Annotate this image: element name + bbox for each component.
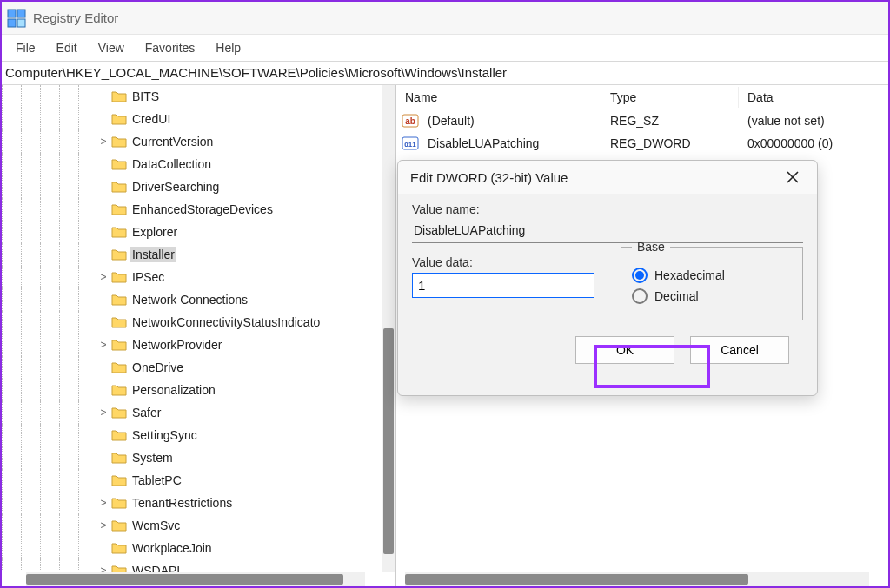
folder-icon [111,361,127,373]
value-row[interactable]: 011DisableLUAPatchingREG_DWORD0x00000000… [396,132,888,155]
svg-rect-2 [8,19,16,27]
tree-item-networkprovider[interactable]: >NetworkProvider [2,334,382,356]
tree-item-system[interactable]: System [2,446,382,469]
menu-file[interactable]: File [7,38,44,57]
tree-item-datacollection[interactable]: DataCollection [2,153,382,175]
folder-icon [111,226,127,238]
column-header-data[interactable]: Data [739,87,888,108]
tree-item-label: OneDrive [130,360,185,375]
column-header-type[interactable]: Type [601,87,739,108]
tree-item-safer[interactable]: >Safer [2,401,382,424]
radio-checked-icon [632,268,648,283]
tree-item-installer[interactable]: Installer [2,243,382,266]
title-bar: Registry Editor [2,2,888,35]
menu-help[interactable]: Help [207,38,249,57]
chevron-right-icon[interactable]: > [97,565,110,572]
folder-icon [111,452,127,464]
tree-item-enhancedstoragedevices[interactable]: EnhancedStorageDevices [2,198,382,221]
radio-unchecked-icon [632,288,648,304]
cancel-button[interactable]: Cancel [690,336,789,364]
chevron-right-icon[interactable]: > [97,135,110,148]
close-icon[interactable] [780,165,805,189]
folder-icon [111,339,127,351]
menu-bar: File Edit View Favorites Help [2,35,888,61]
chevron-right-icon[interactable]: > [97,519,110,532]
folder-icon [111,158,127,170]
tree-item-label: NetworkProvider [130,337,223,353]
value-data-cell: (value not set) [739,112,834,129]
tree-item-label: TabletPC [130,472,183,488]
folder-icon [111,203,127,215]
edit-dword-dialog: Edit DWORD (32-bit) Value Value name: Di… [397,160,818,396]
chevron-right-icon[interactable]: > [97,271,110,283]
tree-item-label: BITS [130,89,161,104]
svg-rect-0 [8,10,16,17]
tree-item-ipsec[interactable]: >IPSec [2,266,382,288]
tree-vertical-scrollbar[interactable] [382,85,395,572]
value-name-cell: DisableLUAPatching [419,135,601,152]
tree-item-tenantrestrictions[interactable]: >TenantRestrictions [2,492,382,514]
tree-item-networkconnectivitystatusindicato[interactable]: NetworkConnectivityStatusIndicato [2,311,382,334]
tree-item-workplacejoin[interactable]: WorkplaceJoin [2,537,382,559]
menu-favorites[interactable]: Favorites [136,38,204,57]
svg-text:ab: ab [405,116,415,126]
folder-icon [111,497,127,509]
tree-item-driversearching[interactable]: DriverSearching [2,175,382,198]
menu-view[interactable]: View [90,38,133,57]
tree-item-network-connections[interactable]: Network Connections [2,288,382,311]
folder-icon [111,181,127,193]
tree-item-wcmsvc[interactable]: >WcmSvc [2,514,382,537]
tree-item-label: Explorer [130,224,179,240]
chevron-right-icon[interactable]: > [97,339,110,351]
tree-item-currentversion[interactable]: >CurrentVersion [2,130,382,153]
svg-rect-1 [17,10,25,17]
tree-horizontal-scrollbar[interactable] [26,572,365,586]
tree-pane: BITSCredUI>CurrentVersionDataCollectionD… [2,85,396,586]
address-bar[interactable]: Computer\HKEY_LOCAL_MACHINE\SOFTWARE\Pol… [2,61,888,85]
tree-item-credui[interactable]: CredUI [2,108,382,130]
tree-item-label: Safer [130,405,163,420]
tree-item-personalization[interactable]: Personalization [2,379,382,401]
tree-item-label: Network Connections [130,292,249,307]
value-data-cell: 0x00000000 (0) [739,135,841,152]
tree-item-label: DataCollection [130,156,213,172]
tree-item-label: DriverSearching [130,179,221,195]
menu-edit[interactable]: Edit [48,38,86,57]
tree-item-wsdapi[interactable]: >WSDAPI [2,559,382,572]
tree-item-bits[interactable]: BITS [2,85,382,108]
value-type-cell: REG_DWORD [601,135,739,152]
chevron-right-icon[interactable]: > [97,497,110,509]
value-data-label: Value data: [412,255,594,269]
tree-item-label: EnhancedStorageDevices [130,202,275,217]
folder-icon [111,542,127,554]
folder-icon [111,565,127,572]
value-name-label: Value name: [412,202,803,216]
value-row[interactable]: ab(Default)REG_SZ(value not set) [396,109,888,132]
column-header-name[interactable]: Name [396,87,601,108]
tree-item-onedrive[interactable]: OneDrive [2,356,382,379]
tree-item-label: CredUI [130,111,172,127]
folder-icon [111,519,127,532]
folder-icon [111,248,127,261]
values-horizontal-scrollbar[interactable] [405,572,869,586]
tree-item-tabletpc[interactable]: TabletPC [2,469,382,492]
radio-decimal[interactable]: Decimal [632,288,792,304]
dword-value-icon: 011 [402,135,419,152]
string-value-icon: ab [402,112,419,129]
tree-item-label: CurrentVersion [130,134,215,149]
values-header: Name Type Data [396,85,888,109]
folder-icon [111,316,127,328]
ok-button[interactable]: OK [575,336,674,364]
radio-dec-label: Decimal [654,289,699,303]
value-data-input[interactable] [412,273,594,298]
chevron-right-icon[interactable]: > [97,406,110,419]
tree-item-settingsync[interactable]: SettingSync [2,424,382,446]
tree-item-label: NetworkConnectivityStatusIndicato [130,314,322,330]
radio-hexadecimal[interactable]: Hexadecimal [632,268,792,283]
dialog-title-bar[interactable]: Edit DWORD (32-bit) Value [398,161,817,194]
tree-item-explorer[interactable]: Explorer [2,221,382,243]
folder-icon [111,271,127,283]
tree-item-label: IPSec [130,269,166,285]
folder-icon [111,294,127,306]
folder-icon [111,135,127,148]
